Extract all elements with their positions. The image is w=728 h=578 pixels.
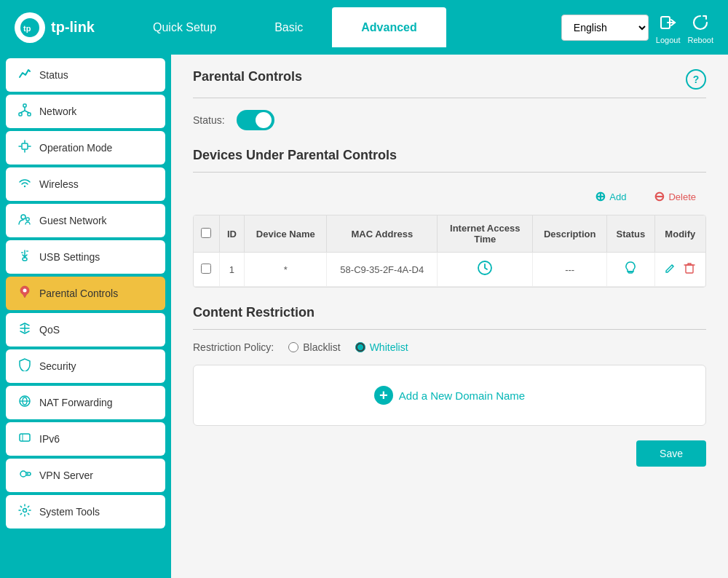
sidebar-item-vpn-label: VPN Server (39, 470, 93, 481)
logout-icon (657, 11, 680, 34)
sidebar-item-nat-label: NAT Forwarding (39, 397, 113, 408)
tab-advanced[interactable]: Advanced (332, 7, 446, 47)
sidebar-item-guest-network[interactable]: Guest Network (6, 204, 165, 237)
logo-icon: tp (15, 12, 45, 43)
sidebar-item-parental[interactable]: Parental Controls (6, 277, 165, 310)
add-button[interactable]: ⊕ Add (585, 184, 636, 209)
reboot-button[interactable]: Reboot (688, 11, 713, 44)
add-button-label: Add (609, 191, 626, 202)
sidebar-item-qos[interactable]: QoS (6, 313, 165, 347)
save-button[interactable]: Save (636, 440, 706, 467)
edit-icon[interactable] (664, 261, 677, 277)
sidebar: Status Network (0, 55, 171, 578)
sidebar-item-system-label: System Tools (39, 506, 100, 518)
sidebar-item-ipv6-label: IPv6 (39, 433, 60, 445)
svg-point-22 (20, 471, 26, 477)
usb-icon (17, 249, 32, 265)
network-icon (17, 103, 32, 119)
logout-label: Logout (656, 36, 681, 44)
page-title: Parental Controls (193, 69, 302, 84)
whitelist-radio[interactable] (355, 342, 365, 352)
sidebar-item-usb-label: USB Settings (39, 251, 100, 263)
sidebar-item-parental-label: Parental Controls (39, 288, 118, 299)
svg-point-24 (23, 509, 27, 512)
trash-icon[interactable] (683, 261, 696, 277)
status-icon (17, 67, 32, 83)
devices-table-container: ID Device Name MAC Address Internet Acce… (193, 215, 706, 288)
sidebar-item-operation-mode[interactable]: Operation Mode (6, 131, 165, 165)
sidebar-item-network-label: Network (39, 106, 76, 117)
whitelist-label: Whitelist (370, 341, 408, 353)
main-layout: Status Network (0, 55, 728, 578)
nat-icon (17, 395, 32, 411)
svg-rect-26 (686, 265, 693, 273)
tab-basic[interactable]: Basic (245, 7, 332, 47)
sidebar-item-system[interactable]: System Tools (6, 495, 165, 528)
row-mac: 58-C9-35-2F-4A-D4 (327, 253, 438, 287)
svg-point-16 (23, 289, 27, 293)
table-actions: ⊕ Add ⊖ Delete (193, 184, 706, 209)
row-internet-time[interactable] (438, 253, 533, 287)
col-modify: Modify (654, 215, 705, 253)
delete-button-label: Delete (668, 191, 696, 202)
restriction-policy-label: Restriction Policy: (193, 341, 274, 353)
sidebar-item-guest-label: Guest Network (39, 215, 107, 226)
bulb-icon[interactable] (623, 265, 638, 277)
status-toggle[interactable] (237, 110, 274, 130)
sidebar-item-usb[interactable]: USB Settings (6, 240, 165, 274)
blacklist-option[interactable]: Blacklist (288, 341, 340, 353)
add-icon: ⊕ (595, 189, 606, 205)
row-device-name: * (245, 253, 327, 287)
select-all-checkbox[interactable] (201, 228, 211, 238)
sidebar-item-wireless-label: Wireless (39, 178, 79, 190)
add-domain-inner: + Add a New Domain Name (374, 386, 525, 405)
sidebar-item-nat[interactable]: NAT Forwarding (6, 386, 165, 419)
svg-text:tp: tp (23, 24, 31, 33)
modify-icons (661, 261, 700, 277)
sidebar-item-ipv6[interactable]: IPv6 (6, 422, 165, 456)
system-icon (17, 504, 32, 520)
sidebar-item-network[interactable]: Network (6, 95, 165, 128)
col-id: ID (219, 215, 245, 253)
sidebar-item-security-label: Security (39, 360, 76, 372)
add-domain-box[interactable]: + Add a New Domain Name (193, 365, 706, 426)
col-description: Description (533, 215, 607, 253)
status-label: Status: (193, 114, 225, 126)
svg-rect-20 (20, 434, 30, 441)
restriction-row: Restriction Policy: Blacklist Whitelist (193, 341, 706, 353)
svg-point-23 (27, 473, 28, 475)
reboot-label: Reboot (688, 36, 713, 44)
svg-rect-13 (23, 258, 27, 261)
row-checkbox[interactable] (201, 264, 211, 274)
svg-line-7 (20, 111, 25, 113)
tab-quick-setup[interactable]: Quick Setup (124, 7, 245, 47)
row-status[interactable] (607, 253, 654, 287)
col-checkbox (194, 215, 219, 253)
whitelist-option[interactable]: Whitelist (355, 341, 408, 353)
svg-point-11 (21, 215, 25, 219)
parental-icon (17, 285, 32, 301)
svg-rect-5 (28, 113, 31, 116)
add-domain-plus-icon: + (374, 386, 393, 405)
col-device-name: Device Name (245, 215, 327, 253)
devices-table: ID Device Name MAC Address Internet Acce… (194, 215, 705, 287)
blacklist-radio[interactable] (288, 342, 298, 352)
delete-icon: ⊖ (654, 189, 665, 205)
svg-point-12 (26, 218, 29, 221)
help-icon[interactable]: ? (686, 69, 706, 90)
guest-network-icon (17, 213, 32, 229)
delete-button[interactable]: ⊖ Delete (644, 184, 706, 209)
sidebar-item-vpn[interactable]: VPN Server (6, 459, 165, 492)
language-select[interactable]: English Chinese French German Spanish (561, 15, 649, 41)
table-row: 1 * 58-C9-35-2F-4A-D4 --- (194, 253, 705, 287)
sidebar-item-status[interactable]: Status (6, 58, 165, 92)
col-status: Status (607, 215, 654, 253)
operation-mode-icon (17, 140, 32, 156)
row-modify (654, 253, 705, 287)
svg-rect-4 (19, 113, 22, 116)
sidebar-item-wireless[interactable]: Wireless (6, 167, 165, 201)
logout-button[interactable]: Logout (656, 11, 681, 44)
security-icon (17, 358, 32, 374)
sidebar-item-security[interactable]: Security (6, 349, 165, 383)
clock-icon[interactable] (477, 266, 493, 278)
